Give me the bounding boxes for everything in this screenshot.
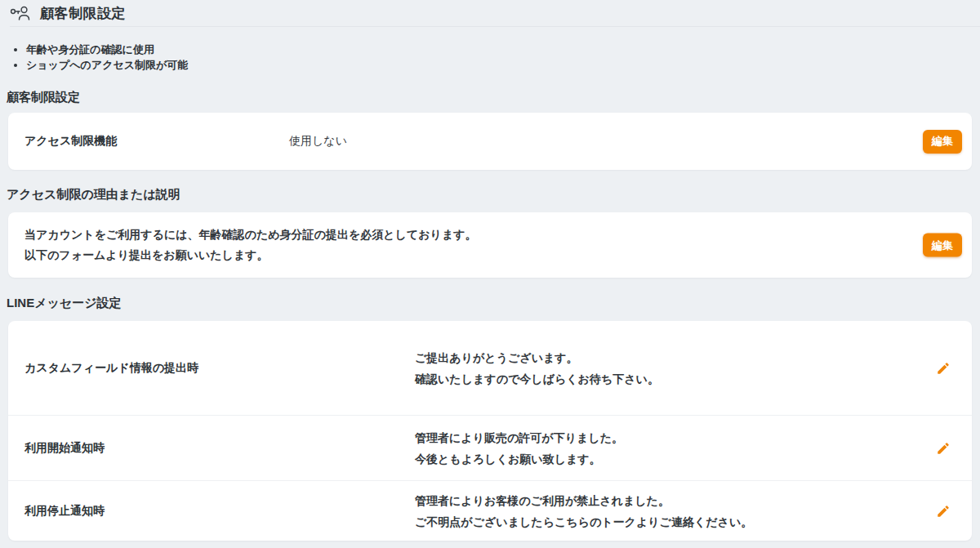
- line-message-text: 管理者によりお客様のご利用が禁止されました。 ご不明点がございましたらこちらのト…: [415, 490, 934, 532]
- restriction-card: アクセス制限機能 使用しない 編集: [8, 113, 972, 170]
- feature-note: ショップへのアクセス制限が可能: [26, 57, 188, 73]
- line-message-row-label: カスタムフィールド情報の提出時: [24, 361, 415, 376]
- pencil-icon: [936, 504, 951, 519]
- customer-restriction-settings-page: 顧客制限設定 年齢や身分証の確認に使用 ショップへのアクセス制限が可能 顧客制限…: [0, 0, 980, 548]
- line-message-text: 管理者により販売の許可が下りました。 今後ともよろしくお願い致します。: [415, 427, 934, 470]
- person-key-icon: [10, 5, 31, 21]
- feature-note: 年齢や身分証の確認に使用: [26, 42, 188, 57]
- line-message-row-label: 利用開始通知時: [24, 441, 415, 456]
- edit-restriction-button[interactable]: 編集: [923, 130, 962, 154]
- line-message-text: ご提出ありがとうございます。 確認いたしますので今しばらくお待ち下さい。: [415, 347, 934, 390]
- line-message-line: 今後ともよろしくお願い致します。: [415, 448, 934, 470]
- edit-usage-start-message-button[interactable]: [934, 439, 952, 457]
- reason-text-line: 以下のフォームより提出をお願いいたします。: [24, 245, 906, 265]
- section-heading-restriction: 顧客制限設定: [7, 90, 80, 105]
- line-message-line: 管理者によりお客様のご利用が禁止されました。: [415, 490, 934, 511]
- line-message-line: ご提出ありがとうございます。: [415, 347, 934, 368]
- line-message-row-custom-field: カスタムフィールド情報の提出時 ご提出ありがとうございます。 確認いたしますので…: [8, 321, 972, 415]
- edit-reason-button[interactable]: 編集: [923, 234, 962, 257]
- edit-usage-stop-message-button[interactable]: [934, 502, 952, 520]
- line-message-line: 管理者により販売の許可が下りました。: [415, 427, 934, 448]
- section-heading-reason: アクセス制限の理由または説明: [7, 187, 180, 203]
- access-restriction-feature-value: 使用しない: [289, 134, 347, 149]
- line-message-line: 確認いたしますので今しばらくお待ち下さい。: [415, 368, 934, 390]
- reason-card: 当アカウントをご利用するには、年齢確認のため身分証の提出を必須としております。 …: [8, 212, 972, 278]
- section-heading-line-messages: LINEメッセージ設定: [7, 296, 122, 311]
- page-header: 顧客制限設定: [10, 0, 980, 27]
- feature-notes: 年齢や身分証の確認に使用 ショップへのアクセス制限が可能: [13, 42, 188, 73]
- line-message-row-label: 利用停止通知時: [24, 504, 415, 519]
- page-title: 顧客制限設定: [40, 4, 126, 23]
- pencil-icon: [936, 361, 951, 376]
- pencil-icon: [936, 441, 951, 456]
- access-restriction-feature-label: アクセス制限機能: [24, 134, 289, 149]
- reason-text-line: 当アカウントをご利用するには、年齢確認のため身分証の提出を必須としております。: [24, 225, 906, 245]
- line-messages-card: カスタムフィールド情報の提出時 ご提出ありがとうございます。 確認いたしますので…: [8, 321, 972, 541]
- edit-custom-field-message-button[interactable]: [934, 359, 952, 377]
- line-message-row-usage-start: 利用開始通知時 管理者により販売の許可が下りました。 今後ともよろしくお願い致し…: [8, 415, 972, 480]
- line-message-row-usage-stop: 利用停止通知時 管理者によりお客様のご利用が禁止されました。 ご不明点がございま…: [8, 480, 972, 541]
- line-message-line: ご不明点がございましたらこちらのトークよりご連絡ください。: [415, 511, 934, 532]
